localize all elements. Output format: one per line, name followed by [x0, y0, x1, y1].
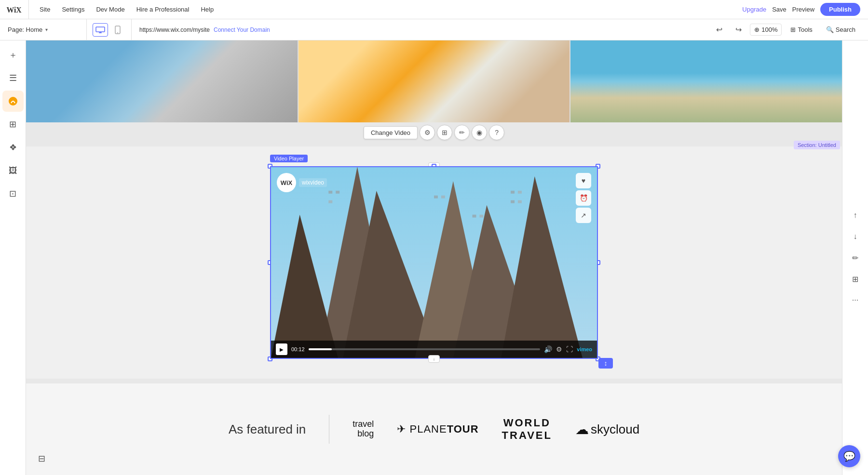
help-nav-item[interactable]: Help — [196, 4, 218, 15]
planetour-logo: ✈ PLANETOUR — [397, 423, 478, 435]
sidebar-add-icon[interactable]: ＋ — [2, 44, 24, 66]
right-panel-down-icon[interactable]: ↓ — [847, 228, 864, 245]
featured-divider — [329, 415, 329, 444]
share-button[interactable]: ↗ — [576, 208, 591, 223]
settings-nav-item[interactable]: Settings — [57, 4, 89, 15]
svg-rect-20 — [473, 215, 476, 218]
change-video-button[interactable]: Change Video — [364, 126, 418, 139]
site-nav-item[interactable]: Site — [35, 4, 55, 15]
svg-rect-1 — [96, 27, 105, 32]
svg-rect-23 — [518, 191, 522, 194]
image-strip-3 — [570, 40, 842, 122]
featured-label: As featured in — [229, 422, 306, 437]
publish-button[interactable]: Publish — [820, 3, 860, 16]
sidebar-sections-icon[interactable]: ⊡ — [2, 183, 24, 204]
redo-button[interactable]: ↪ — [731, 23, 746, 37]
url-bar: https://www.wix.com/mysite Connect Your … — [132, 26, 704, 33]
sidebar-apps-icon[interactable]: ⊞ — [2, 114, 24, 135]
volume-icon[interactable]: 🔊 — [544, 345, 552, 353]
nav-items: Site Settings Dev Mode Hire a Profession… — [29, 4, 734, 15]
layers-button[interactable]: ⊟ — [33, 450, 50, 467]
svg-rect-24 — [511, 200, 515, 203]
zoom-indicator[interactable]: ⊕ 100% — [750, 24, 782, 36]
hire-nav-item[interactable]: Hire a Professional — [132, 4, 194, 15]
second-toolbar: Page: Home ▾ https://www.wix.com/mysite … — [0, 19, 868, 40]
svg-rect-19 — [441, 196, 445, 198]
connect-domain-link[interactable]: Connect Your Domain — [214, 26, 270, 33]
cloud-icon: ☁ — [575, 422, 589, 437]
chat-button[interactable]: 💬 — [838, 445, 860, 467]
video-design-button[interactable]: ✏ — [454, 125, 470, 140]
gear-icon[interactable]: ⚙ — [556, 345, 562, 353]
right-panel: ↑ ↓ ✏ ⊞ ··· — [842, 40, 868, 475]
video-action-buttons: ♥ ⏰ ↗ — [576, 173, 591, 223]
upgrade-button[interactable]: Upgrade — [742, 6, 766, 13]
preview-button[interactable]: Preview — [792, 6, 814, 13]
undo-button[interactable]: ↩ — [711, 23, 727, 37]
vimeo-logo: vimeo — [577, 346, 592, 352]
devmode-nav-item[interactable]: Dev Mode — [91, 4, 129, 15]
tools-label: Tools — [798, 26, 812, 33]
svg-text:WiX: WiX — [6, 5, 22, 13]
page-name-label: Page: Home — [8, 26, 42, 33]
search-label: Search — [836, 26, 855, 33]
svg-rect-18 — [434, 196, 438, 198]
video-settings-button[interactable]: ⚙ — [420, 125, 435, 140]
search-icon: 🔍 — [826, 26, 834, 33]
play-button[interactable]: ▶ — [276, 343, 287, 355]
zoom-icon: ⊕ — [754, 26, 760, 33]
zoom-value: 100% — [761, 26, 777, 33]
fullscreen-icon[interactable]: ⛶ — [566, 345, 573, 353]
video-help-button[interactable]: ? — [489, 125, 504, 140]
svg-rect-16 — [336, 191, 339, 194]
svg-rect-22 — [511, 191, 515, 194]
video-background-button[interactable]: ◉ — [472, 125, 487, 140]
skycloud-logo: ☁ skycloud — [575, 422, 639, 437]
right-panel-more-icon[interactable]: ··· — [847, 291, 864, 309]
right-panel-layout-icon[interactable]: ⊞ — [847, 270, 864, 288]
page-selector[interactable]: Page: Home ▾ — [0, 19, 87, 40]
video-section: Video Player ↓ — [26, 146, 842, 379]
svg-rect-15 — [328, 191, 332, 194]
right-panel-pen-icon[interactable]: ✏ — [847, 249, 864, 266]
nav-right: Upgrade Save Preview Publish — [734, 3, 868, 16]
image-strip-1 — [26, 40, 298, 122]
svg-rect-25 — [518, 200, 522, 203]
tools-icon: ⊞ — [790, 26, 796, 33]
wix-badge-logo: WiX — [277, 173, 296, 192]
wix-video-badge: WiX wixvideo — [277, 173, 327, 192]
wix-logo: WiX — [0, 0, 29, 19]
sidebar-widgets-icon[interactable]: ❖ — [2, 137, 24, 158]
svg-point-5 — [117, 32, 118, 33]
page-chevron-icon: ▾ — [45, 27, 48, 32]
heart-button[interactable]: ♥ — [576, 173, 591, 188]
download-handle-bottom[interactable]: ↓ — [428, 355, 440, 363]
video-player[interactable]: WiX wixvideo ♥ ⏰ ↗ ▶ 00:12 🔊 — [270, 166, 598, 359]
mobile-view-icon[interactable] — [110, 23, 125, 37]
sidebar-pages-icon[interactable]: ☰ — [2, 67, 24, 89]
video-layout-button[interactable]: ⊞ — [437, 125, 452, 140]
toolbar-right: ↩ ↪ ⊕ 100% ⊞ Tools 🔍 Search — [704, 19, 868, 40]
sidebar-design-icon[interactable] — [2, 91, 24, 112]
wix-video-text: wixvideo — [299, 178, 327, 187]
image-strip — [26, 40, 842, 122]
right-panel-up-icon[interactable]: ↑ — [847, 207, 864, 224]
tools-button[interactable]: ⊞ Tools — [786, 24, 817, 35]
progress-bar[interactable] — [309, 348, 541, 350]
save-button[interactable]: Save — [772, 6, 787, 13]
search-button[interactable]: 🔍 Search — [821, 24, 860, 35]
change-video-toolbar: Change Video ⚙ ⊞ ✏ ◉ ? — [364, 125, 504, 140]
url-text: https://www.wix.com/mysite — [139, 26, 210, 33]
view-icons — [87, 19, 132, 40]
svg-rect-17 — [328, 200, 332, 203]
sidebar-media-icon[interactable]: 🖼 — [2, 160, 24, 181]
svg-rect-21 — [479, 215, 483, 218]
featured-strip: As featured in travel blog ✈ PLANETOUR W… — [26, 383, 842, 475]
resize-section-arrow[interactable]: ↕ — [598, 358, 613, 369]
section-label: Section: Untitled — [794, 141, 840, 149]
video-player-label: Video Player — [270, 155, 308, 162]
image-strip-2 — [298, 40, 570, 122]
canvas: Change Video ⚙ ⊞ ✏ ◉ ? Section: Untitled… — [26, 40, 842, 475]
clock-button[interactable]: ⏰ — [576, 190, 591, 206]
desktop-view-icon[interactable] — [93, 23, 108, 37]
